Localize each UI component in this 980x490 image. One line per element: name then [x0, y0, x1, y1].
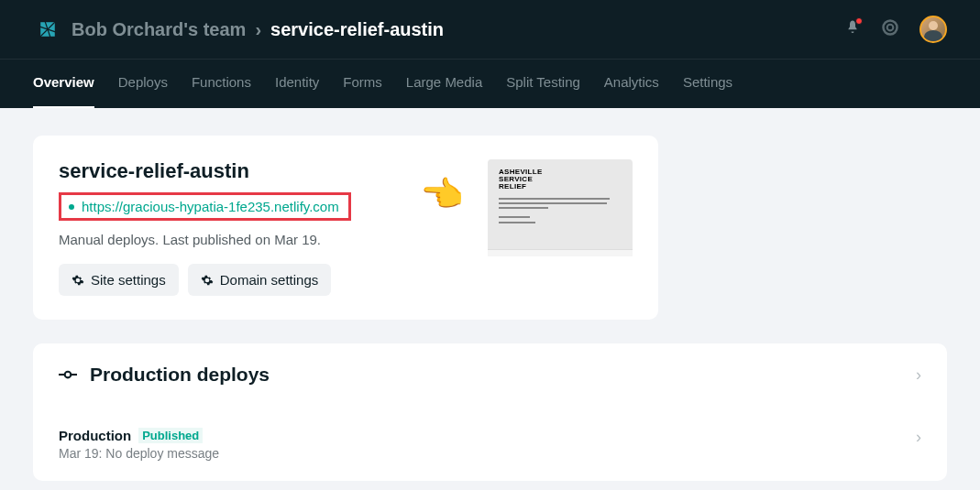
site-preview-thumbnail[interactable]: ASHEVILLE SERVICE RELIEF	[488, 159, 633, 256]
team-name[interactable]: Bob Orchard's team	[72, 19, 246, 40]
section-title: Production deploys	[90, 364, 270, 386]
deploy-item[interactable]: Production Published Mar 19: No deploy m…	[59, 404, 921, 461]
svg-point-7	[65, 372, 72, 378]
site-title: service-relief-austin	[59, 159, 351, 183]
domain-settings-button[interactable]: Domain settings	[188, 264, 332, 296]
tab-forms[interactable]: Forms	[343, 60, 382, 108]
tabs: Overview Deploys Functions Identity Form…	[0, 60, 980, 108]
site-url-highlight: https://gracious-hypatia-1fe235.netlify.…	[59, 192, 351, 221]
pointer-emoji-icon: 👉	[422, 174, 465, 214]
avatar[interactable]	[919, 16, 947, 43]
content: service-relief-austin https://gracious-h…	[0, 108, 980, 490]
production-deploys-header[interactable]: Production deploys ›	[59, 364, 921, 404]
tab-settings[interactable]: Settings	[683, 60, 732, 108]
thumb-title-l3: RELIEF	[499, 183, 622, 191]
status-dot-icon	[69, 204, 74, 210]
tab-overview[interactable]: Overview	[33, 60, 94, 108]
notification-dot-icon	[855, 17, 863, 25]
gear-icon	[201, 274, 214, 287]
tab-deploys[interactable]: Deploys	[118, 60, 168, 108]
deploy-info: Manual deploys. Last published on Mar 19…	[59, 232, 351, 247]
status-badge: Published	[138, 428, 203, 443]
tab-functions[interactable]: Functions	[192, 60, 251, 108]
netlify-logo-icon[interactable]	[33, 15, 62, 44]
production-deploys-card: Production deploys › Production Publishe…	[33, 343, 947, 481]
breadcrumb: Bob Orchard's team › service-relief-aust…	[33, 15, 444, 44]
commit-icon	[59, 368, 77, 381]
chevron-right-icon: ›	[255, 19, 261, 40]
header-actions	[844, 16, 947, 43]
site-url-link[interactable]: https://gracious-hypatia-1fe235.netlify.…	[82, 199, 339, 214]
deploy-branch: Production	[59, 428, 131, 443]
site-settings-label: Site settings	[91, 272, 166, 288]
tab-large-media[interactable]: Large Media	[406, 60, 482, 108]
site-settings-button[interactable]: Site settings	[59, 264, 179, 296]
domain-settings-label: Domain settings	[220, 272, 319, 288]
svg-point-6	[887, 25, 894, 31]
tab-analytics[interactable]: Analytics	[604, 60, 659, 108]
help-button[interactable]	[881, 18, 899, 40]
tab-split-testing[interactable]: Split Testing	[506, 60, 580, 108]
deploy-message: Mar 19: No deploy message	[59, 446, 219, 461]
chevron-right-icon: ›	[916, 428, 921, 447]
svg-point-5	[884, 21, 897, 35]
notifications-button[interactable]	[844, 19, 861, 39]
site-card: service-relief-austin https://gracious-h…	[33, 136, 658, 320]
gear-icon	[72, 274, 84, 287]
chevron-right-icon: ›	[916, 365, 921, 385]
header-top: Bob Orchard's team › service-relief-aust…	[0, 0, 980, 60]
header: Bob Orchard's team › service-relief-aust…	[0, 0, 980, 108]
tab-identity[interactable]: Identity	[275, 60, 319, 108]
project-name[interactable]: service-relief-austin	[270, 19, 444, 40]
